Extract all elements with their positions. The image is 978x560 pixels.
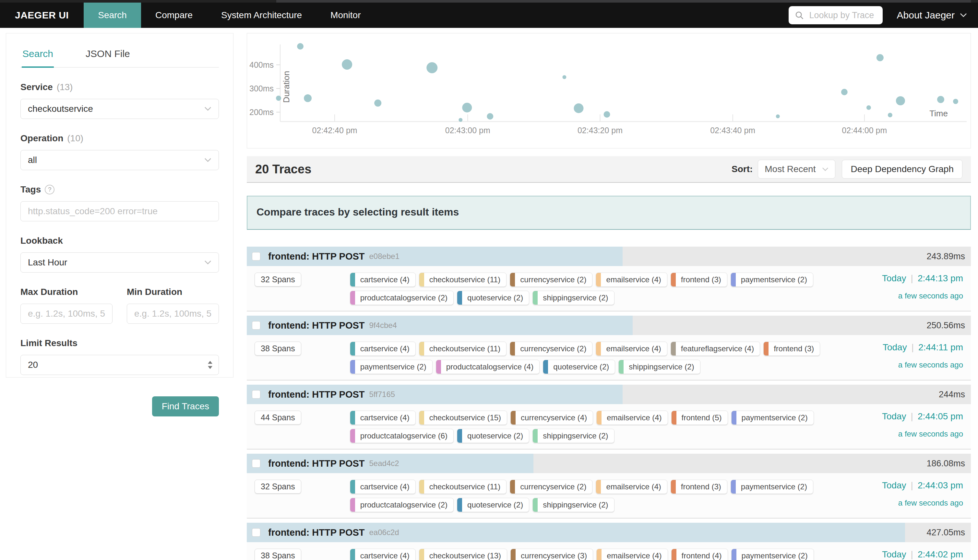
trace-relative-time: a few seconds ago — [883, 360, 963, 370]
trace-bubble[interactable] — [342, 59, 352, 70]
trace-bubble[interactable] — [876, 54, 884, 61]
find-traces-button[interactable]: Find Traces — [152, 396, 219, 417]
scatter-plot[interactable]: 400ms300ms200msDuration02:42:40 pm02:43:… — [247, 33, 971, 148]
trace-select-checkbox[interactable] — [252, 252, 260, 260]
panel-tab-search[interactable]: Search — [22, 43, 54, 68]
trace-bubble[interactable] — [953, 99, 958, 104]
trace-id: 5ff7165 — [369, 390, 395, 399]
app-brand[interactable]: JAEGER UI — [0, 3, 83, 28]
nav-tab-compare[interactable]: Compare — [141, 3, 207, 28]
trace-bubble[interactable] — [426, 62, 437, 73]
min-duration-input[interactable] — [127, 304, 219, 324]
trace-select-checkbox[interactable] — [252, 528, 260, 537]
service-tag-label: frontend (3) — [676, 273, 727, 287]
about-jaeger-menu[interactable]: About Jaeger — [897, 10, 967, 21]
tags-input[interactable] — [20, 201, 219, 221]
trace-bubble[interactable] — [604, 111, 610, 118]
trace-bubble[interactable] — [574, 103, 583, 113]
service-tag-checkoutservice: checkoutservice (11) — [419, 273, 507, 287]
trace-select-checkbox[interactable] — [252, 459, 260, 468]
main-layout: SearchJSON File Service (13) checkoutser… — [0, 28, 978, 560]
nav-tab-monitor[interactable]: Monitor — [316, 3, 375, 28]
trace-date[interactable]: Today — [883, 342, 907, 353]
compare-banner: Compare traces by selecting result items — [247, 196, 971, 230]
max-duration-input[interactable] — [20, 304, 112, 324]
operation-select[interactable]: all — [20, 150, 219, 170]
trace-lookup-box[interactable] — [789, 6, 883, 24]
service-tag-label: cartservice (4) — [355, 273, 416, 287]
operation-label: Operation (10) — [20, 133, 219, 143]
trace-bubble[interactable] — [562, 75, 566, 79]
service-tag-label: shippingservice (2) — [624, 360, 700, 374]
trace-span-count: 32 Spans — [255, 273, 301, 287]
lookback-select[interactable]: Last Hour — [20, 252, 219, 273]
sort-select[interactable]: Most Recent — [758, 160, 835, 178]
service-color-strip — [671, 480, 676, 493]
trace-bubble[interactable] — [841, 89, 848, 95]
service-color-strip — [671, 273, 676, 287]
service-color-strip — [350, 273, 355, 287]
service-tag-label: paymentservice (2) — [355, 360, 432, 374]
time-separator — [911, 411, 913, 422]
trace-span-count: 38 Spans — [255, 549, 301, 560]
service-color-strip — [543, 360, 548, 374]
limit-results-input[interactable] — [20, 355, 219, 375]
number-stepper[interactable] — [208, 361, 212, 369]
service-tag-frontend: frontend (3) — [671, 273, 727, 287]
trace-bubble[interactable] — [866, 105, 871, 110]
service-tag-label: frontend (3) — [676, 480, 727, 493]
trace-time[interactable]: 2:44:11 pm — [918, 342, 963, 353]
trace-bubble[interactable] — [374, 100, 381, 107]
trace-bubble[interactable] — [776, 114, 780, 118]
chevron-down-icon — [822, 167, 828, 172]
trace-bubble[interactable] — [304, 94, 312, 102]
deep-dependency-graph-button[interactable]: Deep Dependency Graph — [842, 160, 963, 178]
trace-date[interactable]: Today — [882, 549, 906, 560]
x-tick-label: 02:43:40 pm — [710, 126, 755, 135]
trace-select-checkbox[interactable] — [252, 321, 260, 330]
search-panel-tabs: SearchJSON File — [20, 43, 219, 68]
service-tag-line: cartservice (4)checkoutservice (11)curre… — [350, 342, 820, 356]
trace-bubble[interactable] — [896, 96, 905, 105]
service-color-strip — [596, 342, 601, 355]
trace-bubble[interactable] — [297, 43, 304, 50]
nav-tab-search[interactable]: Search — [83, 3, 141, 28]
service-tag-label: quoteservice (2) — [548, 360, 615, 374]
trace-time[interactable]: 2:44:02 pm — [918, 549, 963, 560]
trace-header[interactable]: frontend: HTTP POST 5ff7165 244ms — [247, 385, 971, 404]
trace-header[interactable]: frontend: HTTP POST ea06c2d 427.05ms — [247, 523, 971, 542]
service-color-strip — [731, 549, 736, 560]
service-color-strip — [671, 342, 676, 355]
question-circle-icon[interactable]: ? — [45, 185, 55, 195]
tags-label-text: Tags — [20, 184, 41, 195]
service-select[interactable]: checkoutservice — [20, 99, 219, 119]
trace-date[interactable]: Today — [882, 411, 906, 422]
service-color-strip — [457, 291, 462, 305]
nav-tab-system-architecture[interactable]: System Architecture — [207, 3, 316, 28]
stepper-up-icon[interactable] — [208, 361, 212, 364]
service-color-strip — [731, 273, 736, 287]
trace-bubble[interactable] — [487, 113, 493, 120]
trace-time[interactable]: 2:44:13 pm — [918, 273, 963, 283]
service-color-strip — [457, 498, 462, 512]
trace-header[interactable]: frontend: HTTP POST 5ead4c2 186.08ms — [247, 454, 971, 473]
trace-time[interactable]: 2:44:05 pm — [918, 411, 963, 422]
trace-time[interactable]: 2:44:03 pm — [918, 480, 963, 491]
trace-header[interactable]: frontend: HTTP POST e08ebe1 243.89ms — [247, 247, 971, 266]
stepper-down-icon[interactable] — [208, 366, 212, 369]
trace-date[interactable]: Today — [882, 273, 906, 283]
trace-bubble[interactable] — [462, 103, 472, 112]
service-tag-cartservice: cartservice (4) — [350, 273, 416, 287]
trace-select-checkbox[interactable] — [252, 390, 260, 398]
trace-bubble[interactable] — [459, 118, 462, 122]
trace-title: frontend: HTTP POST — [268, 251, 365, 262]
panel-tab-json-file[interactable]: JSON File — [85, 43, 131, 68]
trace-lookup-input[interactable] — [809, 10, 877, 21]
duration-scatter-card: 400ms300ms200msDuration02:42:40 pm02:43:… — [247, 33, 971, 148]
trace-id: e08ebe1 — [369, 252, 399, 261]
trace-date[interactable]: Today — [882, 480, 906, 491]
trace-bubble[interactable] — [937, 96, 944, 103]
trace-bubble[interactable] — [888, 113, 892, 117]
trace-bubble[interactable] — [276, 96, 281, 101]
trace-header[interactable]: frontend: HTTP POST 9f4cbe4 250.56ms — [247, 316, 971, 335]
